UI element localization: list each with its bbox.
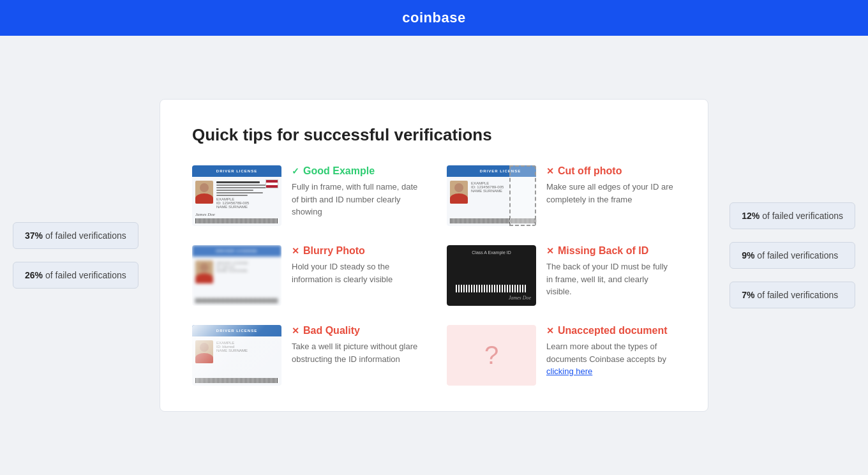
tip-blurry-desc: Hold your ID steady so the information i… [292, 260, 421, 285]
tip-good-example: DRIVER LICENSE [192, 165, 421, 226]
tip-bad-quality-title: Bad Quality [303, 325, 360, 336]
tip-bad-quality-content: ✕ Bad Quality Take a well lit picture wi… [292, 325, 421, 365]
app-header: coinbase [0, 0, 868, 36]
clicking-here-link[interactable]: clicking here [546, 366, 592, 376]
tip-missing-back: Class A Example ID James Doe ✕ Missing B… [447, 245, 676, 306]
tip-cut-off-title: Cut off photo [558, 165, 622, 177]
left-badge-2-percent: 26% [25, 270, 43, 280]
tip-unaccepted-desc: Learn more about the types of documents … [546, 340, 676, 378]
right-badge-2-percent: 9% [742, 250, 754, 260]
tip-bad-quality-image: DRIVER LICENSE EXAMPLEID: blurredNAME SU… [192, 325, 281, 386]
tip-good-example-content: ✓ Good Example Fully in frame, with full… [292, 165, 421, 218]
tip-bad-quality: DRIVER LICENSE EXAMPLEID: blurredNAME SU… [192, 325, 421, 386]
tip-unaccepted-title: Unaccepted document [558, 325, 668, 336]
right-badge-2: 9% of failed verifications [730, 242, 855, 269]
left-badge-1-label: of failed verifications [45, 230, 126, 241]
tip-blurry: DRIVER LICENSE DRIVER LICENSEID: blurred… [192, 245, 421, 306]
bad-x-icon-unaccepted: ✕ [546, 326, 554, 336]
bad-x-icon-missing: ✕ [546, 246, 554, 256]
left-badge-2: 26% of failed verifications [13, 262, 138, 289]
left-badge-2-label: of failed verifications [45, 270, 126, 280]
tip-blurry-content: ✕ Blurry Photo Hold your ID steady so th… [292, 245, 421, 285]
right-badge-3: 7% of failed verifications [730, 282, 855, 308]
tips-grid: DRIVER LICENSE [192, 165, 676, 386]
tip-good-example-image: DRIVER LICENSE [192, 165, 281, 226]
right-badges: 12% of failed verifications 9% of failed… [730, 202, 855, 308]
tip-bad-quality-label: ✕ Bad Quality [292, 325, 421, 336]
tip-good-example-label: ✓ Good Example [292, 165, 421, 177]
tip-good-example-title: Good Example [303, 165, 375, 177]
tip-missing-back-label: ✕ Missing Back of ID [546, 245, 676, 257]
bad-x-icon-blurry: ✕ [292, 246, 299, 256]
coinbase-logo: coinbase [402, 10, 465, 26]
right-badge-3-percent: 7% [742, 290, 754, 300]
right-badge-2-label: of failed verifications [757, 250, 838, 260]
left-badges: 37% of failed verifications 26% of faile… [13, 222, 138, 289]
tip-missing-back-title: Missing Back of ID [558, 245, 648, 257]
tip-cut-off: DRIVER LICENSE EXAMPLEID: 123456789-005N… [447, 165, 676, 226]
tips-card: Quick tips for successful verifications … [160, 99, 708, 412]
bad-x-icon-cutoff: ✕ [546, 166, 554, 176]
tip-cut-off-content: ✕ Cut off photo Make sure all edges of y… [546, 165, 676, 206]
right-badge-1-label: of failed verifications [762, 211, 843, 221]
tip-blurry-label: ✕ Blurry Photo [292, 245, 421, 257]
tip-cut-off-desc: Make sure all edges of your ID are compl… [546, 181, 676, 206]
tip-unaccepted: ? ✕ Unaccepted document Learn more about… [447, 325, 676, 386]
tip-missing-back-desc: The back of your ID must be fully in fra… [546, 260, 676, 298]
tip-bad-quality-desc: Take a well lit picture without glare ob… [292, 340, 421, 365]
left-badge-1-percent: 37% [25, 230, 43, 241]
tip-blurry-image: DRIVER LICENSE DRIVER LICENSEID: blurred… [192, 245, 281, 306]
good-check-icon: ✓ [292, 166, 299, 176]
tip-blurry-title: Blurry Photo [303, 245, 365, 257]
left-badge-1: 37% of failed verifications [13, 222, 138, 249]
tip-good-example-desc: Fully in frame, with full name, date of … [292, 181, 421, 218]
question-mark-icon: ? [484, 341, 498, 370]
card-title: Quick tips for successful verifications [192, 125, 676, 145]
tip-cut-off-image: DRIVER LICENSE EXAMPLEID: 123456789-005N… [447, 165, 536, 226]
tip-unaccepted-content: ✕ Unaccepted document Learn more about t… [546, 325, 676, 378]
tip-unaccepted-label: ✕ Unaccepted document [546, 325, 676, 336]
right-badge-3-label: of failed verifications [757, 290, 838, 300]
right-badge-1-percent: 12% [742, 211, 760, 221]
tip-missing-back-image: Class A Example ID James Doe [447, 245, 536, 306]
main-content: 37% of failed verifications 26% of faile… [0, 36, 868, 475]
right-badge-1: 12% of failed verifications [730, 202, 855, 229]
bad-x-icon-quality: ✕ [292, 326, 299, 336]
tip-unaccepted-image: ? [447, 325, 536, 386]
tip-cut-off-label: ✕ Cut off photo [546, 165, 676, 177]
tip-missing-back-content: ✕ Missing Back of ID The back of your ID… [546, 245, 676, 298]
